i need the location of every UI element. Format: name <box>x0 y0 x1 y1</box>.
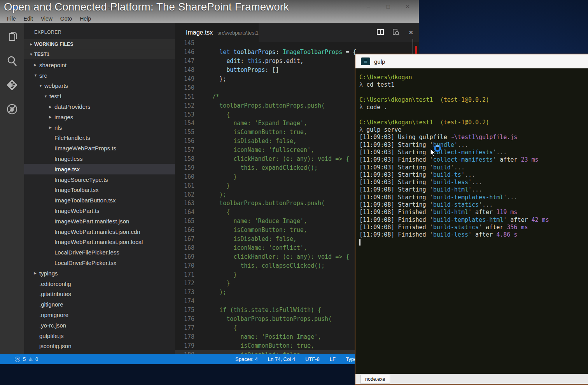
tree-item-localdrivefilepicker-tsx[interactable]: LocalDriveFilePicker.tsx <box>24 258 175 268</box>
tree-item-imagetoolbar-tsx[interactable]: ImageToolbar.tsx <box>24 185 175 195</box>
errors-count[interactable]: 5 <box>23 356 26 362</box>
status-item[interactable]: UTF-8 <box>305 356 320 362</box>
cmder-icon: ☰ <box>361 57 370 65</box>
terminal-line: [11:09:08] Starting 'build-templates-htm… <box>359 194 588 201</box>
tree-item-src[interactable]: ▼src <box>24 70 175 81</box>
terminal-line: C:\Users\dkogan\test1 (test-1@0.0.2) <box>359 96 588 104</box>
tree-item-imagesourcetype-ts[interactable]: ImageSourceType.ts <box>24 174 175 185</box>
tree-item-webparts[interactable]: ▼webparts <box>24 81 175 91</box>
tree-item-label: ImageToolbarButton.tsx <box>54 197 116 204</box>
tree-item-label: .npmignore <box>39 312 68 318</box>
status-item[interactable]: Spaces: 4 <box>235 356 258 362</box>
title-bar: ∞ Image.tsx - test1 - Visual Studio Code… <box>0 0 419 23</box>
errors-icon[interactable]: ✕ <box>15 357 20 362</box>
code-text: isCommonButton: true, <box>194 129 307 136</box>
line-number: 153 <box>175 111 194 118</box>
line-number: 159 <box>175 164 194 171</box>
tree-item-jsconfig-json[interactable]: jsconfig.json <box>24 341 175 352</box>
menu-goto[interactable]: Goto <box>56 15 76 23</box>
terminal-line: [11:09:03] Starting 'bundle'... <box>359 141 588 149</box>
tree-item-label: .editorconfig <box>39 280 71 287</box>
menu-edit[interactable]: Edit <box>20 15 37 23</box>
menubar: FileEditViewGotoHelp <box>3 15 95 23</box>
line-number: 151 <box>175 93 194 100</box>
code-text: clickHandler: (e: any): void => { <box>194 253 349 260</box>
scrollbar-slider[interactable] <box>413 39 413 54</box>
line-number: 177 <box>175 324 194 331</box>
tree-item-label: nls <box>54 124 62 131</box>
explorer-header: EXPLORER <box>24 23 175 39</box>
terminal-line: [11:09:08] Starting 'build-statics'... <box>359 201 588 209</box>
tree-item-localdrivefilepicker-less[interactable]: LocalDriveFilePicker.less <box>24 247 175 258</box>
line-number: 157 <box>175 146 194 153</box>
line-number: 178 <box>175 333 194 340</box>
tree-item-nls[interactable]: ▶nls <box>24 122 175 133</box>
tree-item-imagewebpart-manifest-json-cdn[interactable]: ImageWebPart.manifest.json.cdn <box>24 226 175 237</box>
close-editor-icon[interactable]: ✕ <box>408 29 413 36</box>
menu-file[interactable]: File <box>3 15 20 23</box>
tree-item--gitignore[interactable]: .gitignore <box>24 299 175 310</box>
terminal-tab-node[interactable]: node.exe <box>360 375 390 383</box>
code-text: } <box>194 173 237 180</box>
line-number: 160 <box>175 173 194 180</box>
code-text: { <box>194 324 237 331</box>
line-number: 161 <box>175 182 194 189</box>
code-text: toolbarProps.buttonProps.push( <box>194 200 325 207</box>
section-working-files[interactable]: ▸ WORKING FILES <box>24 39 175 49</box>
tree-item-filehandler-ts[interactable]: FileHandler.ts <box>24 133 175 143</box>
tree-item-imagewebpart-manifest-json-local[interactable]: ImageWebPart.manifest.json.local <box>24 237 175 247</box>
close-icon[interactable]: ✕ <box>404 3 411 10</box>
menu-help[interactable]: Help <box>76 15 95 23</box>
tree-item-imagewebpart-manifest-json[interactable]: ImageWebPart.manifest.json <box>24 216 175 226</box>
terminal-line <box>359 89 588 96</box>
minimize-icon[interactable]: – <box>365 3 372 10</box>
tree-item-imagetoolbarbutton-tsx[interactable]: ImageToolbarButton.tsx <box>24 195 175 206</box>
tree-item--yo-rc-json[interactable]: .yo-rc.json <box>24 320 175 331</box>
tree-item-dataproviders[interactable]: ▶dataProviders <box>24 101 175 112</box>
maximize-icon[interactable]: □ <box>385 3 392 10</box>
debug-off-icon[interactable] <box>5 103 19 116</box>
terminal-line: [11:09:08] Finished 'build-less' after 4… <box>359 231 588 239</box>
tree-item-sharepoint[interactable]: ▶sharepoint <box>24 60 175 70</box>
tree-item-label: FileHandler.ts <box>54 134 90 141</box>
code-text: isCommonButton: true, <box>194 226 307 233</box>
warnings-count[interactable]: 0 <box>35 356 38 362</box>
section-test1[interactable]: ▾ TEST1 <box>24 49 175 59</box>
menu-view[interactable]: View <box>37 15 56 23</box>
warnings-icon[interactable]: ⚠ <box>28 357 33 362</box>
tree-item-package-json[interactable]: package.json <box>24 351 175 354</box>
tree-item-label: .gitattributes <box>39 291 71 297</box>
split-editor-icon[interactable] <box>377 29 384 37</box>
status-item[interactable]: LF <box>330 356 336 362</box>
tree-item-images[interactable]: ▶images <box>24 112 175 122</box>
git-branch-icon[interactable] <box>5 78 19 92</box>
code-line[interactable]: 145 <box>175 39 419 48</box>
tree-item--gitattributes[interactable]: .gitattributes <box>24 289 175 300</box>
line-number: 162 <box>175 191 194 198</box>
tree-item-label: IImageWebPartProps.ts <box>54 145 116 152</box>
open-preview-icon[interactable] <box>392 29 400 37</box>
search-icon[interactable] <box>5 54 19 68</box>
terminal-title-bar[interactable]: ☰ gulp <box>355 54 588 68</box>
code-text: toolbarProps.buttonProps.push( <box>194 102 325 109</box>
tree-item-iimagewebpartprops-ts[interactable]: IImageWebPartProps.ts <box>24 143 175 153</box>
tree-item-typings[interactable]: ▶typings <box>24 268 175 279</box>
explorer-files-icon[interactable] <box>5 30 19 44</box>
status-item[interactable]: Ln 74, Col 4 <box>268 356 295 362</box>
tree-item--editorconfig[interactable]: .editorconfig <box>24 279 175 289</box>
line-number: 149 <box>175 75 194 82</box>
tree-item-label: images <box>54 114 73 120</box>
tree-item-imagewebpart-ts[interactable]: ImageWebPart.ts <box>24 206 175 216</box>
line-number: 180 <box>175 351 194 354</box>
tree-item-test1[interactable]: ▼test1 <box>24 91 175 101</box>
terminal-output[interactable]: C:\Users\dkoganλ cd test1C:\Users\dkogan… <box>355 69 588 374</box>
tree-item-gulpfile-js[interactable]: gulpfile.js <box>24 331 175 341</box>
tree-item-image-less[interactable]: Image.less <box>24 153 175 164</box>
tree-item-label: .yo-rc.json <box>39 322 66 329</box>
tree-item-label: ImageWebPart.ts <box>54 207 100 214</box>
tree-item-label: jsconfig.json <box>39 343 72 349</box>
terminal-line: [11:09:08] Starting 'build-html'... <box>359 186 588 193</box>
tree-item-image-tsx[interactable]: Image.tsx <box>24 164 175 174</box>
line-number: 167 <box>175 235 194 242</box>
tree-item--npmignore[interactable]: .npmignore <box>24 310 175 320</box>
